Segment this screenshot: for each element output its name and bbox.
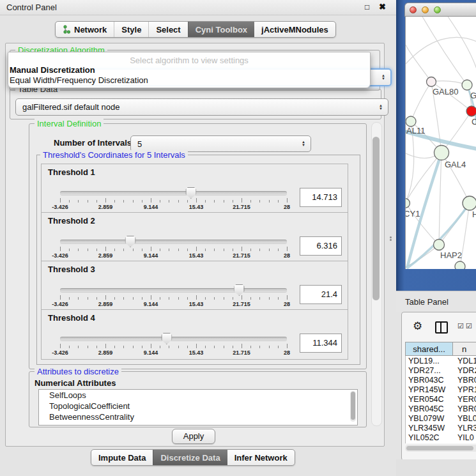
- attribute-item[interactable]: SelfLoops: [39, 390, 357, 401]
- slider-tick-labels: -3.4262.8599.14415.4321.71528: [60, 252, 287, 260]
- table-cell[interactable]: YLR3: [454, 424, 476, 433]
- table-cell[interactable]: YPR145W: [406, 385, 454, 394]
- threshold-value-field[interactable]: 21.4: [300, 285, 342, 304]
- threshold-slider[interactable]: -3.4262.8599.14415.4321.71528: [60, 237, 287, 260]
- splitter-grip[interactable]: [389, 236, 392, 242]
- slider-track[interactable]: [60, 337, 287, 341]
- table-cell[interactable]: YPR1: [454, 385, 476, 394]
- table-cell[interactable]: YDR27...: [406, 366, 454, 375]
- table-row[interactable]: YIL052CYIL0: [406, 433, 476, 442]
- network-node[interactable]: [427, 77, 436, 87]
- vertical-scrollbar[interactable]: [371, 122, 382, 426]
- slider-thumb[interactable]: [161, 333, 172, 344]
- table-row[interactable]: YDR27...YDR2: [406, 365, 476, 375]
- apply-button[interactable]: Apply: [172, 429, 215, 444]
- network-node[interactable]: [434, 146, 449, 160]
- network-node[interactable]: [455, 261, 465, 269]
- popup-item-manual-discretization[interactable]: Manual Discretization: [10, 65, 95, 75]
- column-header-name[interactable]: n: [453, 342, 476, 355]
- tab-impute-data[interactable]: Impute Data: [91, 450, 153, 465]
- table-cell[interactable]: YER054C: [406, 395, 454, 404]
- threshold-slider[interactable]: -3.4262.8599.14415.4321.71528: [60, 188, 287, 211]
- table-row[interactable]: YLR345WYLR3: [406, 423, 476, 433]
- attribute-item[interactable]: BetweennessCentrality: [39, 411, 357, 422]
- table-cell[interactable]: YBR0: [454, 404, 476, 413]
- slider-tick: [78, 346, 79, 348]
- table-data-combobox[interactable]: galFiltered.sif default node ▲ ▼: [15, 98, 388, 116]
- slider-tick: [133, 200, 134, 203]
- column-header-shared-name[interactable]: shared...: [406, 342, 453, 355]
- network-node[interactable]: [434, 240, 445, 250]
- table-row[interactable]: YDL19...YDL1: [406, 356, 476, 365]
- tab-jactivemnodules[interactable]: jActiveMNodules: [254, 22, 335, 37]
- slider-tick: [259, 200, 260, 203]
- tab-label: Style: [121, 25, 141, 35]
- network-node[interactable]: [466, 106, 476, 116]
- slider-tick: [160, 346, 160, 348]
- scrollbar-thumb[interactable]: [372, 137, 380, 300]
- network-node[interactable]: [406, 116, 416, 127]
- gear-icon[interactable]: ⚙: [413, 319, 422, 332]
- slider-thumb[interactable]: [185, 187, 196, 199]
- close-icon[interactable]: ✖: [379, 2, 386, 12]
- table-cell[interactable]: YER0: [454, 395, 476, 404]
- slider-track[interactable]: [60, 288, 287, 293]
- network-node[interactable]: [463, 196, 476, 210]
- table-cell[interactable]: YDL1: [454, 357, 476, 365]
- threshold-value-field[interactable]: 11.344: [300, 334, 342, 353]
- table-row[interactable]: YBR045CYBR0: [406, 404, 476, 413]
- checkbox-icon[interactable]: ☑: [466, 322, 472, 330]
- table-row[interactable]: YPR145WYPR1: [406, 385, 476, 394]
- columns-icon[interactable]: [435, 321, 448, 334]
- slider-tick: [169, 200, 169, 203]
- slider-track[interactable]: [60, 191, 287, 196]
- network-canvas[interactable]: GAL80GCGAL11GAL4GCY1HHAP2: [405, 17, 476, 269]
- network-node-label: GAL4: [445, 160, 466, 169]
- table-cell[interactable]: YDL19...: [406, 357, 454, 365]
- scrollbar-thumb[interactable]: [351, 392, 355, 420]
- slider-tick: [69, 200, 70, 203]
- close-traffic-light-icon[interactable]: [410, 6, 417, 13]
- network-window: GAL80GCGAL11GAL4GCY1HHAP2: [404, 3, 476, 269]
- slider-tick-label: 28: [284, 252, 290, 259]
- table-cell[interactable]: YBR0: [454, 376, 476, 385]
- slider-track[interactable]: [60, 240, 287, 244]
- network-node[interactable]: [462, 80, 472, 90]
- table-cell[interactable]: YLR345W: [406, 424, 454, 433]
- list-scrollbar[interactable]: [350, 391, 356, 422]
- slider-tick: [178, 346, 179, 348]
- threshold-slider[interactable]: -3.4262.8599.14415.4321.71528: [60, 286, 287, 309]
- table-cell[interactable]: YBR045C: [406, 404, 454, 413]
- threshold-value-field[interactable]: 14.713: [300, 188, 342, 207]
- table-row[interactable]: YBL079WYBL0: [406, 413, 476, 423]
- attribute-item[interactable]: TopologicalCoefficient: [39, 401, 357, 411]
- horizontal-scrollbar[interactable]: [405, 445, 476, 452]
- table-row[interactable]: YER054CYER0: [406, 394, 476, 404]
- tab-network[interactable]: Network: [56, 22, 114, 37]
- table-cell[interactable]: YBR043C: [406, 376, 454, 385]
- table-cell[interactable]: YBL0: [454, 414, 476, 423]
- minimize-traffic-light-icon[interactable]: [422, 6, 429, 13]
- network-node[interactable]: [406, 199, 410, 208]
- tab-select[interactable]: Select: [148, 22, 187, 37]
- threshold-slider[interactable]: -3.4262.8599.14415.4321.71528: [60, 334, 287, 357]
- threshold-value-field[interactable]: 6.316: [300, 236, 342, 256]
- slider-thumb[interactable]: [234, 284, 245, 296]
- tab-infer-network[interactable]: Infer Network: [227, 450, 295, 465]
- tab-discretize-data[interactable]: Discretize Data: [153, 450, 227, 465]
- table-cell[interactable]: YBL079W: [406, 414, 454, 423]
- tab-cyni-toolbox[interactable]: Cyni Toolbox: [188, 22, 254, 37]
- table-cell[interactable]: YDR2: [454, 366, 476, 375]
- table-row[interactable]: YBR043CYBR0: [406, 375, 476, 385]
- checkbox-icon[interactable]: ☑: [457, 322, 464, 330]
- attributes-list[interactable]: SelfLoopsTopologicalCoefficientBetweenne…: [38, 389, 358, 426]
- popup-item-equal-width-frequency[interactable]: Equal Width/Frequency Discretization: [10, 75, 148, 85]
- table-cell[interactable]: YIL0: [454, 433, 476, 442]
- slider-ticks: [60, 344, 287, 349]
- table-cell[interactable]: YIL052C: [406, 433, 454, 442]
- tab-style[interactable]: Style: [114, 22, 148, 37]
- scrollbar-thumb[interactable]: [406, 446, 473, 450]
- slider-thumb[interactable]: [125, 236, 136, 247]
- float-icon[interactable]: □: [365, 3, 369, 12]
- zoom-traffic-light-icon[interactable]: [434, 6, 441, 13]
